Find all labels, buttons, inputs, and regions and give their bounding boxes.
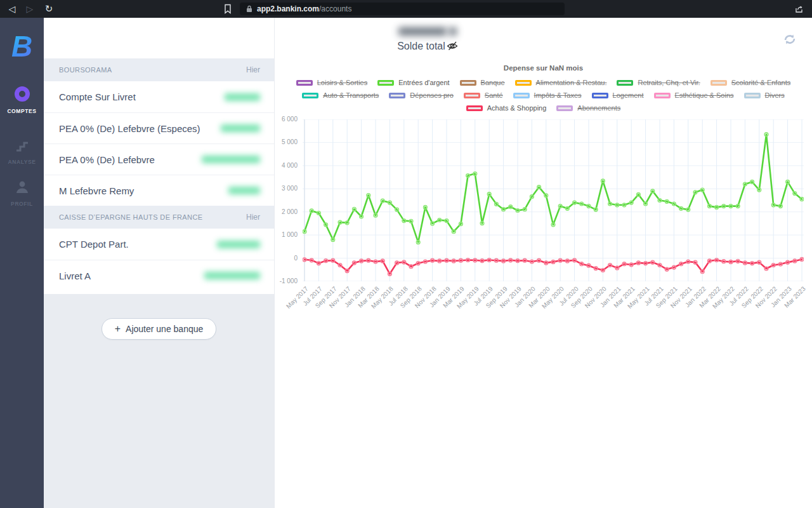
legend-swatch — [460, 80, 476, 86]
panel-footer: + Ajouter une banque — [44, 294, 274, 508]
legend-item[interactable]: Alimentation & Restau. — [515, 79, 607, 86]
account-name: CPT Depot Part. — [59, 239, 129, 250]
legend-label: Abonnements — [577, 104, 620, 112]
main-content: Solde total Depense sur NaN mois Loisirs… — [275, 18, 812, 508]
accounts-list: BOURSORAMAHierCompte Sur LivretPEA 0% (D… — [44, 58, 274, 291]
legend-swatch — [710, 80, 727, 86]
y-tick-label: 5 000 — [275, 138, 298, 145]
legend-item[interactable]: Santé — [464, 91, 503, 99]
lock-icon — [246, 5, 252, 13]
total-balance-blurred — [275, 27, 580, 38]
y-tick-label: 0 — [275, 255, 298, 262]
browser-reload-icon[interactable]: ↻ — [41, 0, 57, 18]
accounts-panel: BOURSORAMAHierCompte Sur LivretPEA 0% (D… — [44, 18, 275, 508]
url-bar[interactable]: app2.bankin.com/accounts — [240, 3, 565, 15]
legend-label: Achats & Shopping — [487, 104, 547, 112]
legend-label: Banque — [481, 79, 505, 86]
y-tick-label: 1 000 — [275, 231, 298, 238]
legend-swatch — [296, 80, 313, 86]
sidebar-item-analyse[interactable]: ANALYSE — [0, 140, 44, 165]
legend-item[interactable]: Divers — [744, 91, 785, 99]
solde-total-label: Solde total — [397, 41, 445, 51]
legend-label: Scolarité & Enfants — [731, 79, 791, 86]
bank-name: CAISSE D’EPARGNE HAUTS DE FRANCE — [59, 213, 203, 221]
person-icon — [15, 180, 29, 194]
account-row[interactable]: PEA 0% (De) Lefebvre (Especes) — [44, 112, 274, 144]
y-tick-label: -1 000 — [275, 277, 298, 284]
sidebar-item-label: COMPTES — [0, 108, 44, 114]
account-balance-blurred — [202, 156, 260, 163]
legend-swatch — [302, 93, 318, 98]
legend-label: Dépenses pro — [410, 91, 454, 99]
url-path: /accounts — [319, 4, 351, 13]
legend-swatch — [744, 93, 761, 98]
account-row[interactable]: Compte Sur Livret — [44, 81, 274, 112]
ring-icon — [15, 86, 30, 102]
legend-swatch — [654, 93, 671, 98]
sidebar-item-profil[interactable]: PROFIL — [0, 180, 44, 207]
line-chart-plot[interactable] — [303, 119, 804, 281]
last-sync-label: Hier — [246, 213, 260, 222]
legend-swatch — [464, 93, 480, 98]
account-balance-blurred — [225, 93, 260, 101]
bankin-logo[interactable]: B — [0, 29, 44, 64]
account-row[interactable]: CPT Depot Part. — [44, 229, 274, 260]
y-tick-label: 3 000 — [275, 185, 298, 192]
legend-row: Auto & TransportsDépenses proSantéImpôts… — [275, 91, 812, 99]
legend-item[interactable]: Loisirs & Sorties — [296, 79, 367, 86]
account-row[interactable]: PEA 0% (De) Lefebvre — [44, 144, 274, 175]
last-sync-label: Hier — [246, 65, 260, 74]
legend-label: Impôts & Taxes — [534, 91, 582, 99]
legend-swatch — [466, 105, 483, 111]
legend-label: Logement — [613, 91, 644, 99]
legend-item[interactable]: Auto & Transports — [302, 91, 379, 99]
account-name: Livret A — [59, 271, 91, 281]
legend-label: Retraits, Chq. et Vir. — [638, 79, 700, 86]
account-name: PEA 0% (De) Lefebvre — [59, 154, 155, 165]
refresh-accounts-icon[interactable] — [782, 32, 797, 47]
browser-topbar: ◁ ▷ ↻ app2.bankin.com/accounts — [0, 0, 812, 18]
browser-forward-icon[interactable]: ▷ — [22, 0, 38, 18]
y-tick-label: 6 000 — [275, 116, 298, 123]
legend-label: Loisirs & Sorties — [317, 79, 367, 86]
legend-item[interactable]: Scolarité & Enfants — [710, 79, 791, 86]
sidebar-item-comptes[interactable]: COMPTES — [0, 86, 44, 114]
legend-item[interactable]: Achats & Shopping — [466, 104, 547, 112]
chart-canvas[interactable] — [303, 119, 804, 281]
bank-group-header: CAISSE D’EPARGNE HAUTS DE FRANCEHier — [44, 206, 274, 229]
bookmark-icon[interactable] — [219, 0, 236, 18]
legend-row: Achats & ShoppingAbonnements — [275, 104, 812, 112]
legend-label: Auto & Transports — [323, 91, 379, 99]
legend-label: Esthétique & Soins — [675, 91, 734, 99]
legend-swatch — [377, 80, 394, 86]
legend-row: Loisirs & SortiesEntrées d'argentBanqueA… — [275, 79, 812, 86]
legend-item[interactable]: Retraits, Chq. et Vir. — [617, 79, 700, 86]
legend-swatch — [617, 80, 633, 86]
sidebar-item-label: PROFIL — [0, 201, 44, 207]
legend-swatch — [389, 93, 405, 98]
solde-total-row: Solde total — [275, 41, 580, 53]
chart-title: Depense sur NaN mois — [275, 64, 812, 72]
blurred-currency — [449, 27, 457, 36]
legend-swatch — [556, 105, 573, 111]
account-row[interactable]: Livret A — [44, 260, 274, 291]
legend-item[interactable]: Entrées d'argent — [377, 79, 449, 86]
account-balance-blurred — [228, 187, 260, 194]
legend-item[interactable]: Impôts & Taxes — [513, 91, 582, 99]
legend-swatch — [513, 93, 530, 98]
legend-item[interactable]: Esthétique & Soins — [654, 91, 734, 99]
account-name: Compte Sur Livret — [59, 91, 136, 102]
add-bank-button[interactable]: + Ajouter une banque — [102, 318, 217, 340]
legend-item[interactable]: Logement — [592, 91, 644, 99]
legend-item[interactable]: Dépenses pro — [389, 91, 454, 99]
eye-off-icon[interactable] — [447, 42, 458, 53]
bank-name: BOURSORAMA — [59, 66, 112, 74]
share-icon[interactable] — [790, 0, 807, 18]
url-host: app2.bankin.com — [257, 4, 319, 13]
legend-label: Divers — [765, 91, 785, 99]
account-row[interactable]: M Lefebvre Remy — [44, 175, 274, 206]
legend-item[interactable]: Banque — [460, 79, 505, 86]
browser-back-icon[interactable]: ◁ — [4, 0, 20, 18]
legend-item[interactable]: Abonnements — [556, 104, 620, 112]
plus-icon: + — [115, 323, 121, 335]
